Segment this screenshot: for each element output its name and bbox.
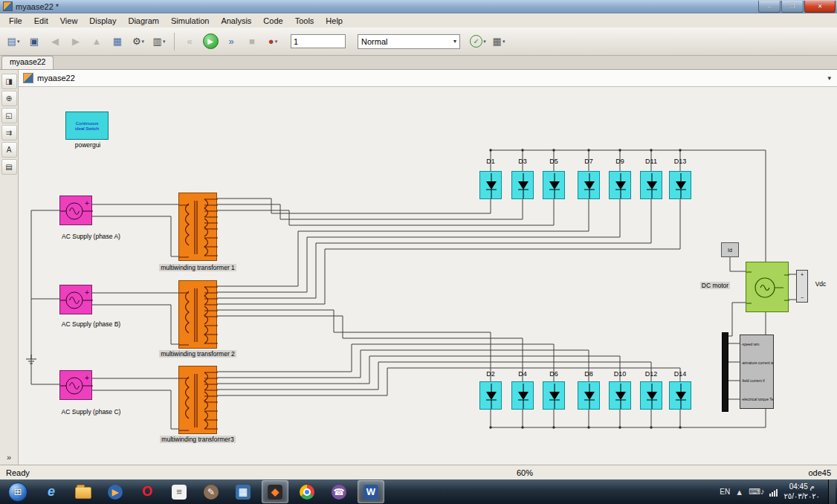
- menu-code[interactable]: Code: [257, 16, 288, 26]
- diode-block-d7[interactable]: [578, 171, 600, 199]
- diode-block-d10[interactable]: [609, 381, 631, 410]
- ac-supply-block[interactable]: +: [59, 370, 92, 400]
- show-model-browser-button[interactable]: ◨: [1, 74, 17, 89]
- media-player-button[interactable]: ▶: [102, 480, 129, 503]
- up-to-parent-button[interactable]: ▲: [86, 32, 107, 51]
- ac-supply-block[interactable]: +: [59, 196, 92, 225]
- stop-button[interactable]: ■: [242, 32, 262, 51]
- menu-file[interactable]: File: [3, 16, 28, 26]
- diode-block-d8[interactable]: [578, 381, 600, 410]
- configure-button[interactable]: ⚙▾: [128, 32, 149, 51]
- powergui-block[interactable]: Continuous ideal Switch: [65, 112, 109, 140]
- keyboard-icon[interactable]: ⌨: [749, 487, 760, 496]
- transformer-windings-icon: [179, 193, 218, 262]
- build-button[interactable]: ▦▾: [488, 32, 509, 51]
- signal-routing-button[interactable]: ⇉: [1, 125, 17, 140]
- menu-analysis[interactable]: Analysis: [215, 16, 257, 26]
- network-icon[interactable]: [769, 488, 778, 497]
- menu-view[interactable]: View: [54, 16, 84, 26]
- diode-block-d4[interactable]: [511, 381, 534, 410]
- menu-display[interactable]: Display: [83, 16, 122, 26]
- save-button[interactable]: ▣: [24, 32, 45, 51]
- internet-explorer-button[interactable]: e: [38, 480, 65, 503]
- stop-time-input[interactable]: [291, 34, 346, 48]
- diode-icon: [480, 382, 502, 410]
- minimize-button[interactable]: –: [758, 1, 781, 13]
- diode-block-d9[interactable]: [609, 171, 631, 199]
- zoom-button[interactable]: ⊕: [1, 91, 17, 106]
- show-desktop-button[interactable]: [828, 479, 836, 504]
- id-label: Id: [728, 248, 732, 253]
- diode-label: D11: [640, 158, 662, 165]
- hidden-icons-button[interactable]: ▲: [735, 488, 743, 497]
- scope-signal-label: -electrical torque Te: [740, 397, 773, 401]
- diode-icon: [641, 382, 663, 410]
- tab-myaase22[interactable]: myaase22: [1, 56, 54, 69]
- highlight-button[interactable]: ●▾: [262, 32, 283, 51]
- fit-to-view-button[interactable]: ◱: [1, 108, 17, 123]
- back-button[interactable]: ◀: [45, 32, 65, 51]
- volume-icon[interactable]: ♪: [760, 487, 765, 496]
- matlab-button[interactable]: ◆: [262, 480, 288, 503]
- chevron-down-icon: ▾: [163, 39, 166, 45]
- menu-help[interactable]: Help: [320, 16, 349, 26]
- ac-source-icon: +: [60, 285, 93, 315]
- demux-block[interactable]: [722, 332, 728, 412]
- text-editor-button[interactable]: ≡: [166, 480, 193, 503]
- diode-block-d14[interactable]: [669, 381, 691, 410]
- forward-button[interactable]: ▶: [65, 32, 86, 51]
- menu-diagram[interactable]: Diagram: [122, 16, 165, 26]
- menu-tools[interactable]: Tools: [289, 16, 320, 26]
- breadcrumb-dropdown-icon[interactable]: ▾: [827, 74, 833, 82]
- sim-mode-select[interactable]: Normal ▾: [358, 34, 460, 49]
- diode-block-d13[interactable]: [669, 171, 691, 199]
- menu-edit[interactable]: Edit: [28, 16, 54, 26]
- step-back-button[interactable]: «: [179, 32, 200, 51]
- gimp-button[interactable]: ✎: [198, 480, 224, 503]
- maximize-button[interactable]: ❐: [781, 1, 804, 13]
- diode-block-d3[interactable]: [511, 171, 534, 199]
- calculator-button[interactable]: ▦: [230, 480, 256, 503]
- menu-bar: FileEditViewDisplayDiagramSimulationAnal…: [0, 13, 837, 28]
- diode-block-d12[interactable]: [640, 381, 662, 410]
- transformer-block[interactable]: [178, 366, 217, 434]
- voltage-measure-block[interactable]: + −: [796, 270, 808, 303]
- close-button[interactable]: ✕: [804, 1, 836, 13]
- status-solver[interactable]: ode45: [808, 468, 831, 477]
- new-model-button[interactable]: ▤▾: [3, 32, 24, 51]
- clock[interactable]: 04:45 م ٢٥/٠٣/٢٠٢٠: [783, 482, 820, 501]
- library-browser-button[interactable]: ▦: [107, 32, 128, 51]
- matlab-icon: ◆: [268, 485, 282, 500]
- run-button[interactable]: ▶: [200, 32, 221, 51]
- powergui-line1: Continuous: [66, 121, 108, 126]
- step-forward-button[interactable]: »: [221, 32, 242, 51]
- dc-motor-block[interactable]: [746, 262, 789, 312]
- update-diagram-button[interactable]: ✓▾: [468, 32, 488, 51]
- model-configuration-button[interactable]: ▥▾: [149, 32, 169, 51]
- diode-block-d1[interactable]: [479, 171, 502, 199]
- annotation-button[interactable]: A: [1, 142, 17, 158]
- menu-simulation[interactable]: Simulation: [165, 16, 215, 26]
- chrome-button[interactable]: [294, 480, 320, 503]
- current-measure-block[interactable]: Id: [721, 242, 739, 257]
- breadcrumb: myaase22: [37, 74, 75, 83]
- diode-block-d2[interactable]: [479, 381, 502, 410]
- ac-supply-block[interactable]: +: [59, 285, 92, 314]
- diode-block-d5[interactable]: [543, 171, 565, 199]
- scope-block[interactable]: -speed wm-armature current ia-field curr…: [740, 335, 774, 409]
- opera-button[interactable]: O: [134, 480, 161, 503]
- screenshot-button[interactable]: ▤: [1, 159, 17, 175]
- diode-icon: [543, 382, 566, 410]
- diode-block-d6[interactable]: [543, 381, 565, 410]
- file-explorer-button[interactable]: [70, 480, 97, 503]
- viber-button[interactable]: ☎: [326, 480, 352, 503]
- language-indicator[interactable]: EN: [720, 488, 730, 496]
- diode-icon: [578, 382, 601, 410]
- word-button[interactable]: W: [358, 480, 384, 503]
- transformer-block[interactable]: [178, 193, 217, 261]
- model-canvas[interactable]: Continuous ideal Switch powergui DC moto…: [19, 87, 837, 465]
- sidebar-more-button[interactable]: »: [7, 453, 11, 462]
- diode-block-d11[interactable]: [640, 171, 662, 199]
- transformer-block[interactable]: [178, 280, 217, 349]
- start-button[interactable]: ⊞: [3, 480, 33, 503]
